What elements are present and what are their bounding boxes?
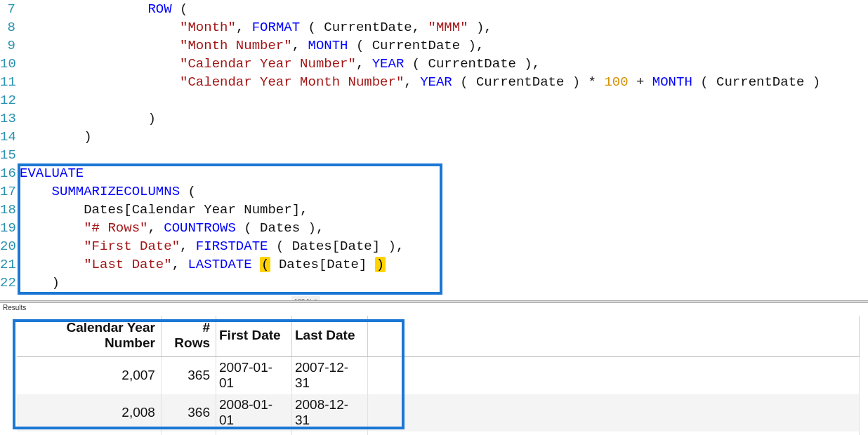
code-line[interactable]: 19 "# Rows", COUNTROWS ( Dates ), [0, 219, 868, 237]
code-line[interactable]: 10 "Calendar Year Number", YEAR ( Curren… [0, 55, 868, 73]
editor-zoom-dropdown[interactable]: 190 % ▾ [291, 296, 320, 300]
col-header-last[interactable]: Last Date [291, 316, 367, 357]
line-number: 8 [0, 18, 20, 36]
cell-filler [368, 357, 860, 395]
line-number: 9 [0, 36, 20, 55]
code-content[interactable]: "Last Date", LASTDATE ( Dates[Date] ) [20, 255, 868, 274]
cell-first[interactable]: 2008-01-01 [216, 394, 292, 431]
cell-filler [368, 394, 860, 431]
cell-rows[interactable]: 365 [161, 357, 216, 395]
line-number: 18 [0, 201, 20, 219]
cell-year[interactable]: 2,008 [17, 394, 161, 431]
code-line[interactable]: 8 "Month", FORMAT ( CurrentDate, "MMM" )… [0, 18, 868, 36]
code-line[interactable]: 21 "Last Date", LASTDATE ( Dates[Date] ) [0, 255, 868, 274]
cell-first[interactable]: 2009-01-01 [216, 431, 292, 435]
cell-rows[interactable]: 365 [161, 431, 216, 435]
code-line[interactable]: 17 SUMMARIZECOLUMNS ( [0, 182, 868, 201]
results-grid[interactable]: Calendar Year Number # Rows First Date L… [17, 316, 860, 435]
code-line[interactable]: 12 [0, 91, 868, 109]
cell-filler [368, 431, 860, 435]
line-number: 17 [0, 182, 20, 201]
col-header-filler [368, 316, 860, 357]
code-line[interactable]: 11 "Calendar Year Month Number", YEAR ( … [0, 73, 868, 91]
line-number: 15 [0, 146, 20, 164]
cell-year[interactable]: 2,007 [17, 357, 161, 395]
code-content[interactable]: "Calendar Year Number", YEAR ( CurrentDa… [20, 55, 868, 73]
code-line[interactable]: 9 "Month Number", MONTH ( CurrentDate ), [0, 36, 868, 55]
code-content[interactable]: "Month", FORMAT ( CurrentDate, "MMM" ), [20, 18, 868, 36]
line-number: 16 [0, 164, 20, 182]
line-number: 14 [0, 128, 20, 146]
code-content[interactable]: ) [20, 109, 868, 128]
code-content[interactable]: ) [20, 274, 868, 292]
table-row[interactable]: 2,0083662008-01-012008-12-31 [17, 394, 860, 431]
line-number: 7 [0, 0, 20, 18]
dax-code-editor[interactable]: 7 ROW (8 "Month", FORMAT ( CurrentDate, … [0, 0, 868, 300]
col-header-rows[interactable]: # Rows [161, 316, 216, 357]
cell-last[interactable]: 2007-12-31 [291, 357, 367, 395]
code-line[interactable]: 14 ) [0, 128, 868, 146]
code-content[interactable]: SUMMARIZECOLUMNS ( [20, 182, 868, 201]
table-row[interactable]: 2,0073652007-01-012007-12-31 [17, 357, 860, 395]
line-number: 11 [0, 73, 20, 91]
cell-rows[interactable]: 366 [161, 394, 216, 431]
code-content[interactable]: EVALUATE [20, 164, 868, 182]
code-content[interactable]: ) [20, 128, 868, 146]
results-panel: Results Calendar Year Number # Rows Firs… [0, 303, 868, 435]
line-number: 13 [0, 109, 20, 128]
code-content[interactable]: "First Date", FIRSTDATE ( Dates[Date] ), [20, 237, 868, 255]
code-content[interactable]: ROW ( [20, 0, 868, 18]
cell-year[interactable]: 2,009 [17, 431, 161, 435]
code-line[interactable]: 13 ) [0, 109, 868, 128]
line-number: 22 [0, 274, 20, 292]
code-line[interactable]: 7 ROW ( [0, 0, 868, 18]
cell-first[interactable]: 2007-01-01 [216, 357, 292, 395]
code-line[interactable]: 18 Dates[Calendar Year Number], [0, 201, 868, 219]
code-content[interactable]: "Month Number", MONTH ( CurrentDate ), [20, 36, 868, 55]
table-header-row: Calendar Year Number # Rows First Date L… [17, 316, 860, 357]
line-number: 19 [0, 219, 20, 237]
code-content[interactable]: "Calendar Year Month Number", YEAR ( Cur… [20, 73, 868, 91]
col-header-year[interactable]: Calendar Year Number [17, 316, 161, 357]
line-number: 20 [0, 237, 20, 255]
code-line[interactable]: 20 "First Date", FIRSTDATE ( Dates[Date]… [0, 237, 868, 255]
line-number: 10 [0, 55, 20, 73]
cell-last[interactable]: 2008-12-31 [291, 394, 367, 431]
code-content[interactable]: Dates[Calendar Year Number], [20, 201, 868, 219]
cell-last[interactable]: 2009-12-31 [291, 431, 367, 435]
results-panel-label: Results [0, 303, 868, 313]
code-line[interactable]: 22 ) [0, 274, 868, 292]
line-number: 12 [0, 91, 20, 109]
code-content[interactable]: "# Rows", COUNTROWS ( Dates ), [20, 219, 868, 237]
table-row[interactable]: 2,0093652009-01-012009-12-31 [17, 431, 860, 435]
code-line[interactable]: 16EVALUATE [0, 164, 868, 182]
line-number: 21 [0, 255, 20, 274]
col-header-first[interactable]: First Date [216, 316, 292, 357]
code-line[interactable]: 15 [0, 146, 868, 164]
